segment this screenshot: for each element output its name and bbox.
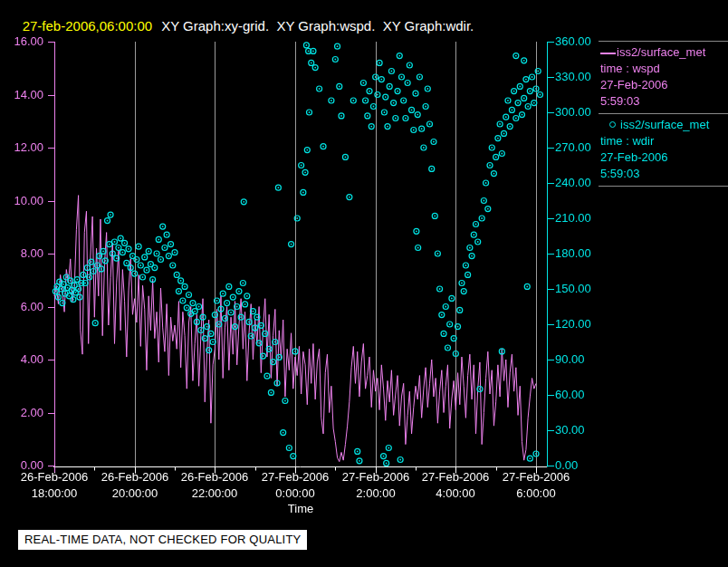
y-right-tick-label: 30.00 [555, 424, 585, 437]
legend: iss2/surface_met time : wspd 27-Feb-2006… [599, 41, 728, 187]
y-left-tick-label: 4.00 [0, 353, 43, 366]
line-sample-icon [600, 53, 616, 54]
legend-entry-wspd[interactable]: iss2/surface_met time : wspd 27-Feb-2006… [599, 41, 728, 113]
y-right-tick-label: 240.00 [555, 177, 591, 189]
y-left-tick-label: 16.00 [0, 35, 43, 48]
legend-source: iss2/surface_met [620, 118, 709, 131]
x-tick-label-date: 27-Feb-2006 [414, 471, 497, 484]
circle-marker-icon [609, 121, 616, 128]
y-right-tick-label: 330.00 [555, 71, 591, 83]
x-tick-label-time: 20:00:00 [93, 487, 177, 500]
y-right-tick-label: 300.00 [555, 106, 591, 119]
x-tick-label-time: 0:00:00 [254, 487, 337, 500]
legend-date: 27-Feb-2006 [600, 77, 728, 93]
x-tick-label-date: 26-Feb-2006 [93, 471, 177, 484]
y-right-tick-label: 210.00 [555, 212, 591, 225]
x-tick-label-date: 27-Feb-2006 [494, 471, 578, 484]
x-tick-label-date: 26-Feb-2006 [13, 471, 96, 484]
x-tick-label-time: 6:00:00 [494, 487, 578, 500]
realtime-notice: REAL-TIME DATA, NOT CHECKED FOR QUALITY [18, 530, 307, 550]
y-right-tick-label: 270.00 [555, 141, 591, 154]
x-tick-label-date: 26-Feb-2006 [173, 471, 256, 484]
x-axis-title: Time [246, 502, 355, 515]
legend-source: iss2/surface_met [617, 45, 705, 59]
y-right-tick-label: 180.00 [555, 247, 591, 260]
legend-variable: time : wspd [600, 61, 728, 77]
y-left-tick-label: 12.00 [0, 141, 43, 154]
y-right-tick-label: 150.00 [555, 283, 591, 295]
app-window: 27-feb-2006,06:00:00XY Graph:xy-grid. XY… [0, 0, 728, 567]
x-tick-label-time: 2:00:00 [334, 487, 417, 500]
x-tick-label-time: 4:00:00 [414, 487, 497, 500]
y-left-tick-label: 10.00 [0, 195, 43, 207]
y-left-tick-label: 14.00 [0, 89, 43, 101]
x-tick-label-date: 27-Feb-2006 [254, 471, 337, 484]
y-left-tick-label: 8.00 [0, 247, 43, 260]
y-right-tick-label: 360.00 [555, 35, 591, 48]
y-right-tick-label: 90.00 [555, 353, 585, 366]
y-left-tick-label: 6.00 [0, 301, 43, 313]
legend-variable: time : wdir [600, 133, 728, 149]
legend-time: 5:59:03 [600, 93, 728, 110]
y-right-tick-label: 60.00 [555, 389, 585, 401]
x-tick-label-time: 22:00:00 [173, 487, 256, 500]
legend-entry-wdir[interactable]: iss2/surface_met time : wdir 27-Feb-2006… [599, 113, 728, 187]
legend-time: 5:59:03 [600, 166, 728, 182]
x-tick-label-date: 27-Feb-2006 [334, 471, 417, 484]
y-right-tick-label: 120.00 [555, 318, 591, 331]
y-left-tick-label: 2.00 [0, 407, 43, 419]
x-tick-label-time: 18:00:00 [13, 487, 96, 500]
legend-date: 27-Feb-2006 [600, 149, 728, 166]
